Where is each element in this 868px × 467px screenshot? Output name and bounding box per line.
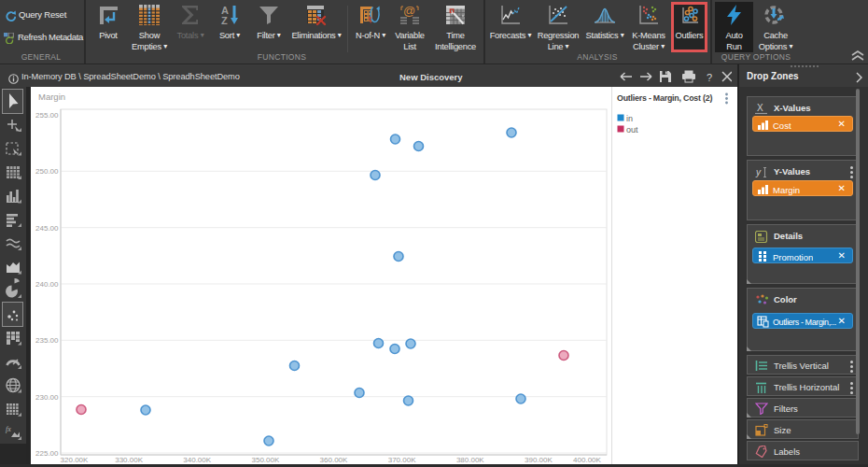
- svg-text:?: ?: [707, 72, 712, 83]
- svg-text:230.00: 230.00: [35, 393, 59, 402]
- svg-text:240.00: 240.00: [35, 280, 59, 289]
- svg-text:350.00K: 350.00K: [251, 456, 279, 464]
- svg-text:390.00K: 390.00K: [525, 456, 553, 464]
- svg-text:in: in: [626, 114, 633, 123]
- svg-text:330.00K: 330.00K: [115, 456, 143, 464]
- svg-text:245.00: 245.00: [35, 224, 59, 233]
- svg-text:370.00K: 370.00K: [388, 456, 416, 464]
- svg-text:out: out: [626, 125, 638, 134]
- svg-text:320.00K: 320.00K: [61, 456, 89, 464]
- svg-text:Outliers - Margin, Cost (2): Outliers - Margin, Cost (2): [617, 93, 712, 103]
- svg-text:380.00K: 380.00K: [456, 456, 484, 464]
- svg-text:340.00K: 340.00K: [183, 456, 211, 464]
- svg-text:225.00: 225.00: [35, 449, 59, 458]
- svg-text:Z: Z: [221, 15, 228, 26]
- svg-text:235.00: 235.00: [35, 336, 59, 345]
- svg-text:y: y: [755, 167, 762, 177]
- svg-text:fx: fx: [6, 425, 11, 433]
- svg-text:360.00K: 360.00K: [320, 456, 348, 464]
- svg-text:400.00K: 400.00K: [573, 456, 601, 464]
- svg-text:X: X: [757, 103, 763, 113]
- svg-text:255.00: 255.00: [35, 111, 59, 120]
- svg-text:250.00: 250.00: [35, 167, 59, 176]
- svg-text:Margin: Margin: [38, 92, 65, 102]
- svg-text:@: @: [403, 4, 415, 18]
